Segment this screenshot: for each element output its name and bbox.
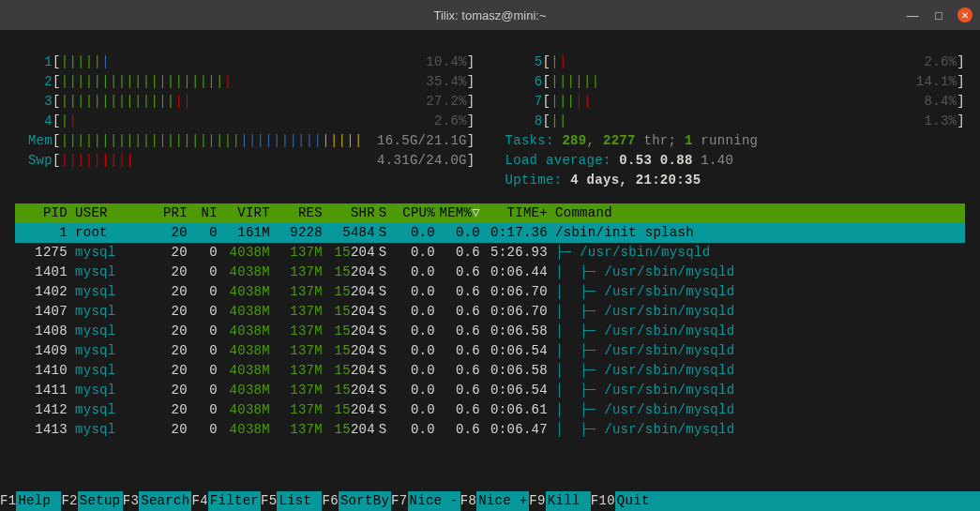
process-row[interactable]: 1412 mysql 20 0 4038M 137M 15204 S 0.0 0…	[15, 400, 965, 420]
cpu-meter-3: 3[ |||||||||||||||| 27.2%]	[15, 92, 475, 112]
footer-bar: F1Help F2Setup F3SearchF4FilterF5List F6…	[0, 491, 980, 511]
swp-meter: Swp[ ||||||||| 4.31G/24.0G]	[15, 151, 475, 171]
process-row[interactable]: 1413 mysql 20 0 4038M 137M 15204 S 0.0 0…	[15, 420, 965, 440]
maximize-icon[interactable]: □	[931, 8, 946, 23]
header-virt[interactable]: VIRT	[218, 203, 270, 223]
fkey-F9[interactable]: F9Kill	[529, 491, 590, 511]
fkey-F6[interactable]: F6SortBy	[322, 491, 391, 511]
header-s[interactable]: S	[375, 203, 390, 223]
cpu-meter-8: 8[ || 1.3%]	[505, 112, 966, 131]
minimize-icon[interactable]: —	[905, 8, 920, 23]
window-controls: — □ ✕	[905, 8, 972, 23]
meters-left: 1[ |||||| 10.4%] 2[ ||||||||||||||||||||…	[15, 53, 475, 190]
process-row[interactable]: 1410 mysql 20 0 4038M 137M 15204 S 0.0 0…	[15, 361, 965, 381]
header-pid[interactable]: PID	[15, 203, 68, 223]
sort-arrow-icon: ▽	[472, 205, 480, 220]
process-row[interactable]: 1401 mysql 20 0 4038M 137M 15204 S 0.0 0…	[15, 263, 965, 282]
mem-meter: Mem[ |||||||||||||||||||||||||||||||||||…	[15, 131, 475, 151]
header-pri[interactable]: PRI	[143, 203, 188, 223]
fkey-F8[interactable]: F8Nice +	[460, 491, 530, 511]
header-cpu[interactable]: CPU%	[390, 203, 435, 223]
footer-fill	[660, 491, 980, 511]
process-row[interactable]: 1402 mysql 20 0 4038M 137M 15204 S 0.0 0…	[15, 282, 965, 302]
fkey-F2[interactable]: F2Setup	[61, 491, 122, 511]
cpu-meter-2: 2[ ||||||||||||||||||||| 35.4%]	[15, 72, 475, 92]
header-time[interactable]: TIME+	[480, 203, 548, 223]
cpu-meter-4: 4[ || 2.6%]	[15, 112, 475, 131]
header-mem[interactable]: MEM%▽	[435, 203, 480, 223]
fkey-F3[interactable]: F3Search	[123, 491, 192, 511]
process-row[interactable]: 1411 mysql 20 0 4038M 137M 15204 S 0.0 0…	[15, 381, 965, 400]
fkey-F1[interactable]: F1Help	[0, 491, 61, 511]
close-icon[interactable]: ✕	[957, 8, 972, 23]
process-row[interactable]: 1275 mysql 20 0 4038M 137M 15204 S 0.0 0…	[15, 243, 965, 263]
uptime-info: Uptime: 4 days, 21:20:35	[505, 171, 966, 190]
process-row[interactable]: 1407 mysql 20 0 4038M 137M 15204 S 0.0 0…	[15, 302, 965, 322]
fkey-F10[interactable]: F10Quit	[591, 491, 660, 511]
header-ni[interactable]: NI	[188, 203, 218, 223]
header-shr[interactable]: SHR	[323, 203, 375, 223]
cpu-meter-5: 5[ || 2.6%]	[505, 53, 966, 72]
process-row[interactable]: 1 root 20 0 161M 9228 5484 S 0.0 0.0 0:1…	[15, 223, 965, 243]
header-user[interactable]: USER	[68, 203, 143, 223]
fkey-F4[interactable]: F4Filter	[191, 491, 261, 511]
window-title: Tilix: tomasz@mini:~	[434, 8, 547, 23]
cpu-meter-1: 1[ |||||| 10.4%]	[15, 53, 475, 72]
process-row[interactable]: 1408 mysql 20 0 4038M 137M 15204 S 0.0 0…	[15, 322, 965, 341]
process-list: 1 root 20 0 161M 9228 5484 S 0.0 0.0 0:1…	[15, 223, 965, 440]
meters-right: 5[ || 2.6%] 6[ |||||| 14.1%] 7[ ||||| 8.…	[505, 53, 966, 190]
titlebar: Tilix: tomasz@mini:~ — □ ✕	[0, 0, 980, 30]
terminal[interactable]: 1[ |||||| 10.4%] 2[ ||||||||||||||||||||…	[0, 30, 980, 511]
fkey-F7[interactable]: F7Nice -	[391, 491, 460, 511]
load-info: Load average: 0.53 0.88 1.40	[505, 151, 966, 171]
meters-area: 1[ |||||| 10.4%] 2[ ||||||||||||||||||||…	[15, 53, 965, 190]
tasks-info: Tasks: 289, 2277 thr; 1 running	[505, 131, 966, 151]
header-res[interactable]: RES	[270, 203, 323, 223]
process-header[interactable]: PID USER PRI NI VIRT RES SHR S CPU% MEM%…	[15, 203, 965, 223]
cpu-meter-7: 7[ ||||| 8.4%]	[505, 92, 966, 112]
header-command[interactable]: Command	[548, 203, 965, 223]
process-row[interactable]: 1409 mysql 20 0 4038M 137M 15204 S 0.0 0…	[15, 341, 965, 361]
fkey-F5[interactable]: F5List	[261, 491, 322, 511]
cpu-meter-6: 6[ |||||| 14.1%]	[505, 72, 966, 92]
